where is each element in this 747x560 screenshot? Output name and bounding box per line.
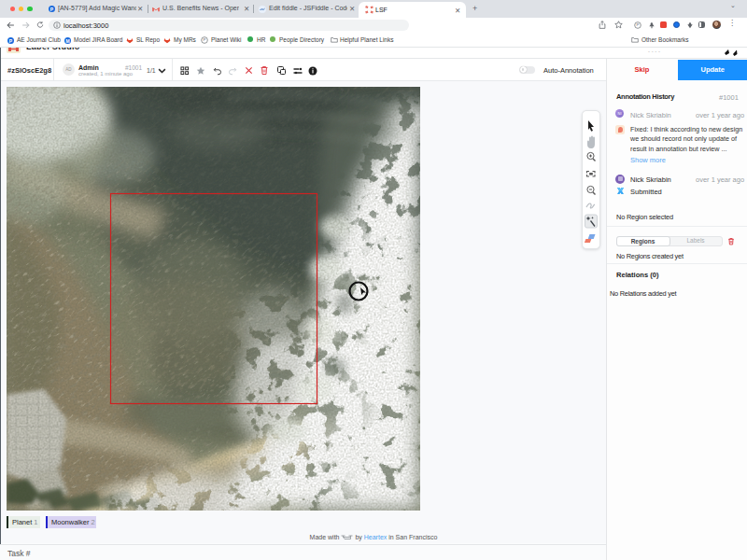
svg-text:P: P: [204, 37, 206, 42]
svg-text:P: P: [637, 22, 640, 27]
svg-text:M: M: [65, 37, 69, 43]
